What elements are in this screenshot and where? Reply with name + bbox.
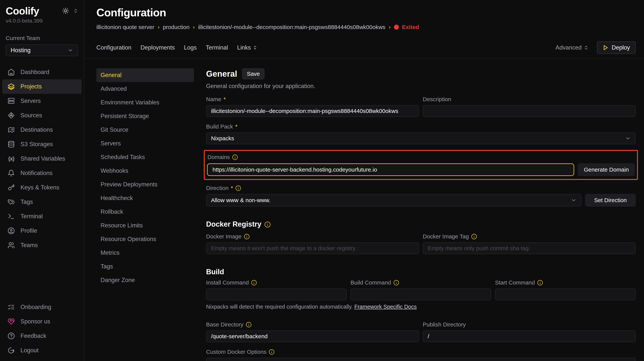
tab-links[interactable]: Links xyxy=(237,44,257,51)
sidebar-item-profile[interactable]: Profile xyxy=(2,224,82,238)
status-badge: Exited xyxy=(394,24,419,30)
breadcrumb-environment[interactable]: production xyxy=(163,24,189,30)
user-circle-icon xyxy=(8,227,15,234)
subnav-item-general[interactable]: General xyxy=(96,68,194,82)
unfold-icon xyxy=(584,45,588,50)
subnav-item-scheduled-tasks[interactable]: Scheduled Tasks xyxy=(96,150,194,164)
breadcrumb-project[interactable]: illicitonion quote server xyxy=(96,24,154,30)
advanced-dropdown[interactable]: Advanced xyxy=(556,44,588,51)
subnav-item-persistent-storage[interactable]: Persistent Storage xyxy=(96,109,194,123)
docker-image-tag-field-group: Docker Image Tag xyxy=(423,233,636,254)
framework-docs-link[interactable]: Framework Specific Docs xyxy=(354,304,417,310)
subnav-item-environment-variables[interactable]: Environment Variables xyxy=(96,96,194,109)
tab-logs[interactable]: Logs xyxy=(184,44,196,51)
subnav-item-rollback[interactable]: Rollback xyxy=(96,205,194,219)
domains-input[interactable] xyxy=(207,164,574,176)
subnav-item-healthcheck[interactable]: Healthcheck xyxy=(96,191,194,205)
subnav-item-resource-operations[interactable]: Resource Operations xyxy=(96,232,194,246)
app-version: v4.0.0-beta.399 xyxy=(0,17,84,24)
section-subtitle: General configuration for your applicati… xyxy=(206,83,636,90)
tab-deployments[interactable]: Deployments xyxy=(140,44,175,51)
chevron-down-icon xyxy=(571,198,576,203)
sidebar-item-feedback[interactable]: Feedback xyxy=(2,329,82,343)
nixpacks-note: Nixpacks will detect the required config… xyxy=(206,304,636,310)
base-directory-input[interactable] xyxy=(206,330,419,342)
status-dot-icon xyxy=(394,25,399,30)
status-text: Exited xyxy=(402,24,419,30)
team-select[interactable]: Hosting xyxy=(6,44,78,56)
info-icon[interactable] xyxy=(393,280,399,286)
subnav-item-preview-deployments[interactable]: Preview Deployments xyxy=(96,178,194,191)
subnav-item-danger-zone[interactable]: Danger Zone xyxy=(96,273,194,287)
set-direction-button[interactable]: Set Direction xyxy=(585,194,636,206)
coolify-app: Coolify v4.0.0-beta.399 Current Team Hos… xyxy=(0,0,644,361)
subnav-item-servers[interactable]: Servers xyxy=(96,137,194,150)
sidebar-item-sponsor-us[interactable]: Sponsor us xyxy=(2,314,82,329)
sidebar-item-shared-variables[interactable]: (x)Shared Variables xyxy=(2,152,82,166)
sidebar-item-destinations[interactable]: Destinations xyxy=(2,122,82,137)
install-command-input[interactable] xyxy=(206,288,347,300)
build-command-input[interactable] xyxy=(350,288,491,300)
sidebar-item-terminal[interactable]: Terminal xyxy=(2,209,82,224)
subnav-item-advanced[interactable]: Advanced xyxy=(96,82,194,96)
subnav-item-metrics[interactable]: Metrics xyxy=(96,246,194,260)
sidebar-item-teams[interactable]: Teams xyxy=(2,238,82,252)
sidebar-item-keys-tokens[interactable]: Keys & Tokens xyxy=(2,180,82,195)
save-button[interactable]: Save xyxy=(242,68,264,79)
sidebar-item-sources[interactable]: Sources xyxy=(2,108,82,122)
current-team-label: Current Team xyxy=(0,24,84,42)
info-icon[interactable] xyxy=(251,280,257,286)
info-icon[interactable] xyxy=(264,221,270,227)
breadcrumb-application[interactable]: illicitestonion/-module--decomposition:m… xyxy=(198,24,386,30)
publish-directory-field-group: Publish Directory xyxy=(423,321,636,342)
name-input[interactable] xyxy=(206,105,419,117)
subnav-item-resource-limits[interactable]: Resource Limits xyxy=(96,219,194,232)
build-pack-select[interactable]: Nixpacks xyxy=(206,132,636,144)
info-icon[interactable] xyxy=(244,234,250,240)
sidebar-nav: Dashboard Projects Servers Sources Desti… xyxy=(0,65,84,252)
start-command-input[interactable] xyxy=(495,288,636,300)
heart-hands-icon xyxy=(8,318,15,325)
app-logo[interactable]: Coolify xyxy=(6,5,39,17)
layers-icon xyxy=(8,83,15,90)
subnav-item-webhooks[interactable]: Webhooks xyxy=(96,164,194,178)
database-icon xyxy=(8,141,15,148)
checklist-icon xyxy=(8,304,15,311)
sidebar-item-onboarding[interactable]: Onboarding xyxy=(2,300,82,314)
sun-icon[interactable] xyxy=(62,8,69,14)
info-icon[interactable] xyxy=(537,280,543,286)
generate-domain-button[interactable]: Generate Domain xyxy=(578,164,635,176)
sidebar-item-tags[interactable]: Tags xyxy=(2,195,82,209)
docker-image-input[interactable] xyxy=(206,242,419,254)
publish-directory-input[interactable] xyxy=(423,330,636,342)
config-subnav: General Advanced Environment Variables P… xyxy=(96,68,194,361)
build-command-field-group: Build Command xyxy=(350,280,491,300)
description-input[interactable] xyxy=(423,105,636,117)
subnav-item-tags[interactable]: Tags xyxy=(96,260,194,273)
sidebar-item-projects[interactable]: Projects xyxy=(2,79,82,94)
sidebar-item-dashboard[interactable]: Dashboard xyxy=(2,65,82,79)
base-directory-field-group: Base Directory xyxy=(206,321,419,342)
users-icon xyxy=(8,242,15,249)
unfold-icon[interactable] xyxy=(73,8,78,13)
docker-image-tag-input[interactable] xyxy=(423,242,636,254)
subnav-item-git-source[interactable]: Git Source xyxy=(96,123,194,137)
tab-terminal[interactable]: Terminal xyxy=(206,44,228,51)
sidebar-item-logout[interactable]: Logout xyxy=(2,343,82,358)
play-icon xyxy=(603,45,608,50)
tabs-bar: Configuration Deployments Logs Terminal … xyxy=(84,42,644,59)
sidebar-item-s3-storages[interactable]: S3 Storages xyxy=(2,137,82,152)
help-circle-icon xyxy=(8,332,15,340)
info-icon[interactable] xyxy=(269,349,274,355)
info-icon[interactable] xyxy=(235,185,241,191)
custom-docker-options-input[interactable] xyxy=(206,358,636,361)
sidebar-item-notifications[interactable]: Notifications xyxy=(2,166,82,180)
tab-configuration[interactable]: Configuration xyxy=(96,44,131,51)
info-icon[interactable] xyxy=(246,322,252,328)
direction-select[interactable]: Allow www & non-www. xyxy=(206,194,582,206)
deploy-button[interactable]: Deploy xyxy=(597,42,636,54)
info-icon[interactable] xyxy=(232,154,238,160)
sidebar-item-servers[interactable]: Servers xyxy=(2,94,82,108)
build-pack-field-group: Build Pack* Nixpacks xyxy=(206,123,636,144)
info-icon[interactable] xyxy=(471,234,477,240)
